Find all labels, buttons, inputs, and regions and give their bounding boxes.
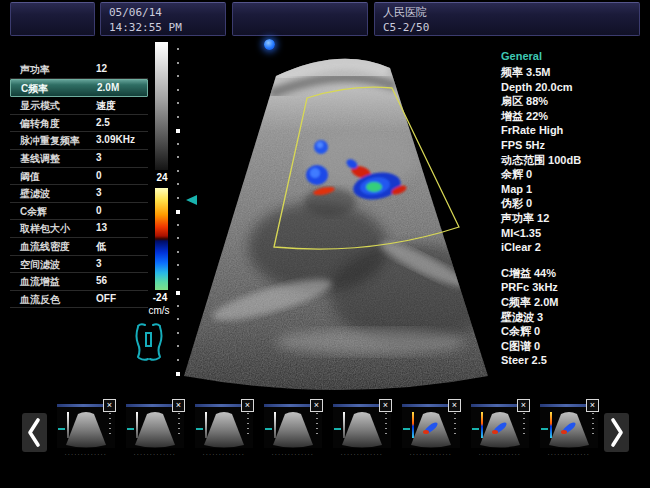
sidebar-param-row[interactable]: 基线调整3	[10, 150, 148, 168]
ruler-tick	[177, 89, 179, 91]
info-line: FPS 5Hz	[501, 138, 647, 153]
thumbnail-scale-bar	[205, 412, 207, 438]
info-line: 壁滤波 3	[501, 310, 647, 325]
param-label: 基线调整	[20, 152, 60, 166]
body-marker-icon[interactable]	[131, 320, 167, 362]
thumbnail-fan	[540, 407, 598, 448]
info-line: 声功率 12	[501, 211, 647, 226]
topbar-segment-logo	[10, 2, 95, 36]
thumbnail-scale-bar	[412, 412, 414, 438]
thumbnail-side-ticks	[247, 413, 249, 437]
ruler-tick	[177, 102, 179, 104]
info-line: 余辉 0	[501, 167, 647, 182]
param-value: 速度	[96, 99, 116, 113]
sidebar-param-row[interactable]: 空间滤波3	[10, 256, 148, 274]
ruler-tick	[177, 183, 179, 185]
info-line: 增益 22%	[501, 109, 647, 124]
thumbnail-side-ticks	[316, 413, 318, 437]
info-line: MI<1.35	[501, 226, 647, 241]
thumbnail-close-button[interactable]: ×	[241, 399, 254, 412]
topbar-segment-hospital: 人民医院 C5-2/50	[374, 2, 640, 36]
probe-id: C5-2/50	[383, 20, 631, 35]
thumbnail-image	[333, 407, 391, 448]
topbar-segment-patient	[232, 2, 368, 36]
thumbnail-image	[540, 407, 598, 448]
thumbnail-side-ticks	[454, 413, 456, 437]
ultrasound-image[interactable]	[180, 42, 500, 390]
sidebar-param-row[interactable]: 壁滤波3	[10, 185, 148, 203]
ruler-tick	[177, 116, 179, 118]
param-label: C余辉	[20, 205, 47, 219]
sidebar-param-row[interactable]: 阈值0	[10, 168, 148, 186]
sidebar-param-row[interactable]: 显示模式速度	[10, 97, 148, 115]
grayscale-bar	[155, 42, 168, 170]
ruler-tick	[177, 251, 179, 253]
thumbnail-caption: ·············	[126, 451, 184, 457]
param-label: 偏转角度	[20, 117, 60, 131]
ruler-tick	[177, 359, 179, 361]
ruler-tick	[177, 143, 179, 145]
image-thumbnail[interactable]: ×·············	[126, 404, 184, 457]
image-thumbnail[interactable]: ×·············	[402, 404, 460, 457]
thumbnail-close-button[interactable]: ×	[448, 399, 461, 412]
info-line: FrRate High	[501, 123, 647, 138]
thumbnail-marker-icon	[403, 428, 410, 430]
param-label: 脉冲重复频率	[20, 134, 80, 148]
sidebar-param-row[interactable]: 偏转角度2.5	[10, 115, 148, 133]
thumbnail-caption: ·············	[471, 451, 529, 457]
thumbnail-marker-icon	[58, 428, 65, 430]
image-thumbnail[interactable]: ×·············	[264, 404, 322, 457]
thumbnail-fan	[195, 407, 253, 448]
thumbnail-marker-icon	[334, 428, 341, 430]
image-thumbnail[interactable]: ×·············	[57, 404, 115, 457]
param-value: 56	[96, 275, 107, 286]
velocity-max-label: 24	[147, 172, 177, 183]
param-label: 显示模式	[20, 99, 60, 113]
chevron-left-icon	[22, 413, 47, 452]
thumbnail-close-button[interactable]: ×	[103, 399, 116, 412]
thumbnail-close-button[interactable]: ×	[586, 399, 599, 412]
param-value: OFF	[96, 293, 116, 304]
param-value: 12	[96, 63, 107, 74]
info-line: 伪彩 0	[501, 196, 647, 211]
sidebar-param-row[interactable]: C频率2.0M	[10, 79, 148, 98]
sidebar-param-row[interactable]: 血流线密度低	[10, 238, 148, 256]
abdomen-outline	[137, 324, 162, 360]
sidebar-param-row[interactable]: 声功率12	[10, 61, 148, 79]
param-label: 血流反色	[20, 293, 60, 307]
image-thumbnail[interactable]: ×·············	[333, 404, 391, 457]
param-label: 声功率	[20, 63, 50, 77]
chevron-right-icon	[604, 413, 629, 452]
sidebar-param-row[interactable]: 取样包大小13	[10, 220, 148, 238]
thumbnail-marker-icon	[472, 428, 479, 430]
thumbnail-fan	[126, 407, 184, 448]
thumbnail-image	[264, 407, 322, 448]
ruler-tick	[177, 197, 179, 199]
sidebar-param-row[interactable]: C余辉0	[10, 203, 148, 221]
sidebar-param-row[interactable]: 血流增益56	[10, 273, 148, 291]
ruler-tick	[177, 264, 179, 266]
ruler-tick	[177, 75, 179, 77]
topbar-segment-datetime: 05/06/14 14:32:55 PM	[100, 2, 226, 36]
thumbnail-image	[471, 407, 529, 448]
thumbnail-close-button[interactable]: ×	[517, 399, 530, 412]
image-thumbnail[interactable]: ×·············	[471, 404, 529, 457]
param-label: 血流线密度	[20, 240, 70, 254]
thumbnail-next-button[interactable]	[604, 413, 629, 452]
thumbnail-fan	[471, 407, 529, 448]
image-thumbnail[interactable]: ×·············	[195, 404, 253, 457]
thumbnail-prev-button[interactable]	[22, 413, 47, 452]
sidebar-param-row[interactable]: 脉冲重复频率3.09KHz	[10, 132, 148, 150]
info-line: 频率 3.5M	[501, 65, 647, 80]
param-value: 0	[96, 170, 102, 181]
info-line: PRFc 3kHz	[501, 280, 647, 295]
info-line: 扇区 88%	[501, 94, 647, 109]
thumbnail-scale-bar	[136, 412, 138, 438]
thumbnail-close-button[interactable]: ×	[379, 399, 392, 412]
ruler-tick	[177, 62, 179, 64]
param-label: C频率	[21, 82, 48, 96]
image-thumbnail[interactable]: ×·············	[540, 404, 598, 457]
sidebar-param-row[interactable]: 血流反色OFF	[10, 291, 148, 309]
thumbnail-close-button[interactable]: ×	[172, 399, 185, 412]
thumbnail-close-button[interactable]: ×	[310, 399, 323, 412]
